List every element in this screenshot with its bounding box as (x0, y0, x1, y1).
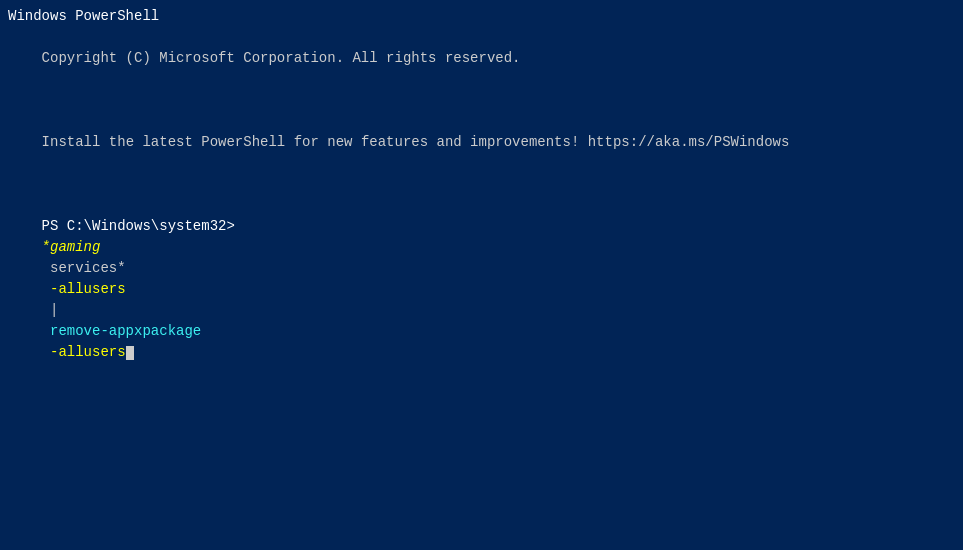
blank-line-2 (8, 174, 955, 195)
blank-line-1 (8, 90, 955, 111)
copyright-text: Copyright (C) Microsoft Corporation. All (42, 50, 386, 66)
cmd-gaming: *gaming (42, 239, 101, 255)
prompt: PS C:\Windows\system32> (42, 218, 235, 234)
cmd-allusers1: -allusers (42, 281, 126, 297)
title-line: Windows PowerShell (8, 6, 955, 27)
install-post: latest PowerShell for new features and i… (134, 134, 789, 150)
cmd-pipe: | (42, 302, 59, 318)
command-line: PS C:\Windows\system32> *gaming services… (8, 195, 955, 384)
install-pre: Install (42, 134, 109, 150)
copyright-line: Copyright (C) Microsoft Corporation. All… (8, 27, 955, 90)
terminal-window[interactable]: Windows PowerShell Copyright (C) Microso… (0, 0, 963, 550)
cmd-remove: remove-appxpackage (42, 323, 202, 339)
install-line: Install the latest PowerShell for new fe… (8, 111, 955, 174)
reserved-text: reserved. (437, 50, 521, 66)
cursor (126, 346, 134, 360)
the-word: the (109, 134, 134, 150)
cmd-allusers2: -allusers (42, 344, 126, 360)
cmd-services: services* (42, 260, 126, 276)
rights-word: rights (386, 50, 436, 66)
